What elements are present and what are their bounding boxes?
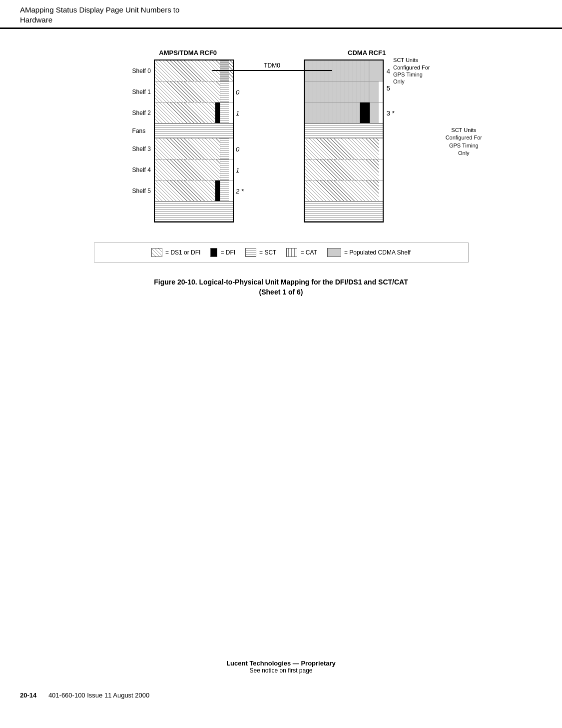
page-header: AMapping Status Display Page Unit Number…	[0, 0, 562, 29]
amps-bottom	[155, 202, 233, 222]
amps-num-2: 1	[236, 102, 244, 124]
shelf-label-fans: Fans	[132, 124, 151, 138]
amps-rcf-title: AMPS/TDMA RCF0	[159, 49, 217, 56]
cdma-frame	[304, 60, 384, 222]
cdma-bottom	[305, 202, 383, 222]
amps-shelf-2-row	[155, 102, 233, 124]
cdma-fans-row	[305, 124, 383, 138]
legend-sct: = SCT	[245, 248, 276, 257]
shelf-label-1: Shelf 1	[132, 82, 151, 102]
legend-cat-swatch	[286, 248, 297, 257]
legend-cat-label: = CAT	[300, 249, 317, 256]
figure-caption: Figure 20-10. Logical-to-Physical Unit M…	[30, 278, 532, 297]
footer-notice: See notice on first page	[0, 667, 562, 674]
shelf-label-2: Shelf 2	[132, 102, 151, 124]
issue-info: 401-660-100 Issue 11 August 2000	[48, 692, 149, 699]
cdma-shelf-1-row	[305, 82, 383, 102]
amps-num-fans	[236, 124, 244, 138]
legend-dfi: = DFI	[210, 248, 235, 257]
amps-shelf-4-row	[155, 160, 233, 180]
legend-cdma-swatch	[327, 248, 341, 257]
legend-dfi-swatch	[210, 248, 217, 257]
footer-company: Lucent Technologies — Proprietary	[0, 660, 562, 667]
cdma-shelf-4-row	[305, 160, 383, 180]
header-title: AMapping Status Display Page Unit Number…	[20, 5, 542, 24]
page-footer: Lucent Technologies — Proprietary See no…	[0, 660, 562, 674]
amps-frame	[154, 60, 234, 222]
cdma-num-5: 5	[387, 82, 430, 102]
tdm-line	[212, 70, 332, 71]
shelf-label-0: Shelf 0	[132, 60, 151, 82]
legend-cat: = CAT	[286, 248, 317, 257]
amps-num-1: 0	[236, 82, 244, 102]
amps-fans-row	[155, 124, 233, 138]
amps-num-labels: 0 1 0 1 2 *	[236, 60, 244, 202]
legend-sct-swatch	[245, 248, 256, 257]
legend-ds1-label: = DS1 or DFI	[165, 249, 200, 256]
cdma-shelf-3-row	[305, 138, 383, 160]
shelf-label-3: Shelf 3	[132, 138, 151, 160]
shelf-label-4: Shelf 4	[132, 160, 151, 180]
cdma-num-4: 4 SCT Units Configured For GPS Timing On…	[387, 60, 430, 82]
amps-shelf-labels: Shelf 0 Shelf 1 Shelf 2 Fans Shelf 3 She…	[132, 60, 151, 202]
page-number: 20-14	[20, 692, 36, 699]
amps-shelf-1-row	[155, 82, 233, 102]
cdma-shelf-2-row	[305, 102, 383, 124]
cdma-num-3: 3 *	[387, 102, 430, 124]
cdma-right-labels: 4 SCT Units Configured For GPS Timing On…	[387, 60, 430, 124]
figure-caption-line1: Figure 20-10. Logical-to-Physical Unit M…	[30, 278, 532, 288]
tdm-label: TDM0	[264, 62, 280, 69]
cdma-shelf-5-row	[305, 180, 383, 202]
cdma-rcf-title: CDMA RCF1	[348, 49, 386, 56]
amps-num-5: 2 *	[236, 180, 244, 202]
legend-sct-label: = SCT	[259, 249, 276, 256]
legend-ds1: = DS1 or DFI	[151, 248, 200, 257]
page-number-area: 20-14 401-660-100 Issue 11 August 2000	[20, 692, 149, 699]
legend-cdma: = Populated CDMA Shelf	[327, 248, 411, 257]
amps-num-3: 0	[236, 138, 244, 160]
two-rcf-container: AMPS/TDMA RCF0 Shelf 0 Shelf 1 Shelf 2 F…	[132, 49, 430, 222]
shelf-label-5: Shelf 5	[132, 180, 151, 202]
legend-cdma-label: = Populated CDMA Shelf	[344, 249, 411, 256]
amps-rcf-block: AMPS/TDMA RCF0 Shelf 0 Shelf 1 Shelf 2 F…	[132, 49, 244, 222]
tdm-connector-area: TDM0	[212, 62, 332, 71]
legend-area: = DS1 or DFI = DFI = SCT = CAT = Populat…	[94, 242, 469, 262]
sct-units-note: SCT Units Configured For GPS Timing Only	[446, 126, 482, 158]
amps-shelf-5-row	[155, 180, 233, 202]
amps-shelf-3-row	[155, 138, 233, 160]
cdma-rcf-block: CDMA RCF1	[304, 49, 430, 222]
amps-num-4: 1	[236, 160, 244, 180]
main-content: AMPS/TDMA RCF0 Shelf 0 Shelf 1 Shelf 2 F…	[0, 29, 562, 704]
legend-dfi-label: = DFI	[220, 249, 235, 256]
legend-ds1-swatch	[151, 248, 162, 257]
figure-caption-line2: (Sheet 1 of 6)	[30, 288, 532, 298]
